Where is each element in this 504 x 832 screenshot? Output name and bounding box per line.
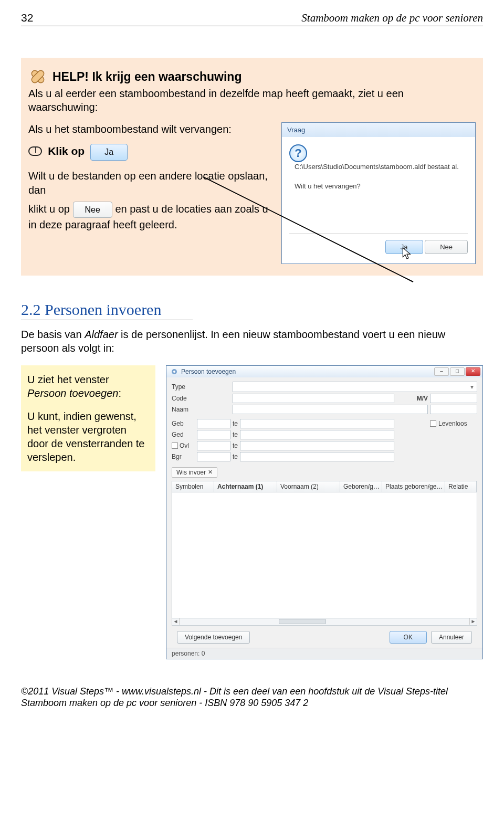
page-header: 32 Stamboom maken op de pc voor senioren — [21, 12, 483, 26]
ged-plaats-input[interactable] — [240, 430, 394, 439]
h-scrollbar[interactable]: ◄ ► — [172, 618, 477, 626]
col-symbolen[interactable]: Symbolen — [172, 481, 214, 492]
mv-input[interactable] — [430, 394, 477, 403]
window-title: Persoon toevoegen — [181, 368, 431, 375]
klik-label: Klik op — [48, 145, 85, 157]
vraag-dialog: Vraag ? C:\Users\Studio\Documents\stambo… — [281, 122, 476, 264]
dialog-question: Wilt u het vervangen? — [295, 182, 361, 190]
x-icon: ✕ — [208, 469, 213, 476]
label-code: Code — [172, 395, 195, 402]
note1b: Persoon toevoegen — [27, 387, 118, 399]
persoon-toevoegen-window: Persoon toevoegen – □ ✕ Type ▾ Code M — [166, 365, 483, 659]
ja-inline-button[interactable]: Ja — [90, 144, 128, 161]
dialog-path: C:\Users\Studio\Documents\stamboom.aldf … — [295, 163, 459, 171]
dialog-nee-button[interactable]: Nee — [425, 240, 468, 254]
nee-inline-button[interactable]: Nee — [73, 202, 112, 218]
levenloos-checkbox[interactable] — [430, 420, 436, 427]
section-para: De basis van Aldfaer is de personenlijst… — [21, 328, 483, 355]
mouse-icon — [28, 146, 42, 156]
geb-date-input[interactable] — [197, 419, 230, 428]
code-input[interactable] — [233, 394, 394, 403]
svg-point-5 — [173, 371, 175, 373]
help-replace-text: Als u het stamboombestand wilt vervangen… — [28, 122, 272, 136]
naam-input[interactable] — [233, 405, 428, 414]
note1a: U ziet het venster — [27, 374, 109, 385]
bgr-plaats-input[interactable] — [240, 452, 394, 461]
yellow-note: U ziet het venster Persoon toevoegen: U … — [21, 365, 155, 471]
minimize-button[interactable]: – — [434, 367, 449, 376]
ovl-checkbox[interactable] — [172, 443, 178, 449]
maximize-button[interactable]: □ — [450, 367, 465, 376]
scroll-left-icon[interactable]: ◄ — [172, 618, 180, 625]
bgr-date-input[interactable] — [197, 452, 230, 461]
col-achternaam[interactable]: Achternaam (1) — [214, 481, 277, 492]
label-bgr: Bgr — [172, 453, 195, 460]
label-ged: Ged — [172, 431, 195, 438]
question-icon: ? — [289, 144, 307, 162]
scroll-thumb[interactable] — [279, 619, 326, 624]
bandaid-icon — [28, 67, 47, 86]
page-number: 32 — [21, 12, 33, 25]
note2: U kunt, indien gewenst, het venster verg… — [27, 409, 149, 464]
label-ovl: Ovl — [180, 442, 189, 449]
klikt-label: klikt u op — [28, 203, 70, 215]
footer-line1: ©2011 Visual Steps™ - www.visualsteps.nl… — [21, 686, 483, 698]
ok-button[interactable]: OK — [390, 631, 427, 644]
label-geb: Geb — [172, 420, 195, 427]
ged-date-input[interactable] — [197, 430, 230, 439]
wis-invoer-button[interactable]: Wis invoer ✕ — [172, 467, 217, 478]
section-heading: 2.2 Personen invoeren — [21, 301, 193, 320]
footer-line2: Stamboom maken op de pc voor senioren - … — [21, 697, 483, 709]
footer: ©2011 Visual Steps™ - www.visualsteps.nl… — [21, 686, 483, 709]
close-button[interactable]: ✕ — [466, 367, 480, 376]
type-select[interactable]: ▾ — [233, 382, 477, 392]
ovl-date-input[interactable] — [197, 441, 230, 450]
annuleer-button[interactable]: Annuleer — [431, 631, 472, 644]
page-title: Stamboom maken op de pc voor senioren — [301, 12, 483, 25]
help-callout: HELP! Ik krijg een waarschuwing Als u al… — [21, 58, 483, 276]
naam2-input[interactable] — [430, 405, 477, 414]
status-bar: personen: 0 — [166, 648, 482, 659]
help-left-column: Als u het stamboombestand wilt vervangen… — [28, 122, 272, 264]
geb-plaats-input[interactable] — [240, 419, 394, 428]
col-voornaam[interactable]: Voornaam (2) — [277, 481, 340, 492]
cursor-icon — [402, 247, 413, 260]
help-intro: Als u al eerder een stamboombestand in d… — [28, 87, 476, 114]
help-otherloc-text: Wilt u de bestanden op een andere locati… — [28, 169, 272, 197]
col-relatie[interactable]: Relatie — [445, 481, 477, 492]
gear-icon — [171, 368, 178, 375]
help-title: HELP! Ik krijg een waarschuwing — [52, 70, 242, 84]
label-mv: M/V — [396, 395, 428, 402]
label-naam: Naam — [172, 406, 195, 413]
form-area: Type ▾ Code M/V Naam — [166, 377, 482, 648]
col-plaats[interactable]: Plaats geboren/ge… — [382, 481, 445, 492]
label-type: Type — [172, 383, 195, 391]
volgende-button[interactable]: Volgende toevoegen — [177, 631, 250, 644]
label-levenloos: Levenloos — [438, 420, 467, 427]
table-header: Symbolen Achternaam (1) Voornaam (2) Geb… — [172, 481, 477, 492]
ovl-plaats-input[interactable] — [240, 441, 394, 450]
scroll-right-icon[interactable]: ► — [469, 618, 477, 625]
table-body — [172, 492, 477, 618]
dialog-title: Vraag — [282, 123, 475, 137]
col-geboren[interactable]: Geboren/g… — [340, 481, 382, 492]
